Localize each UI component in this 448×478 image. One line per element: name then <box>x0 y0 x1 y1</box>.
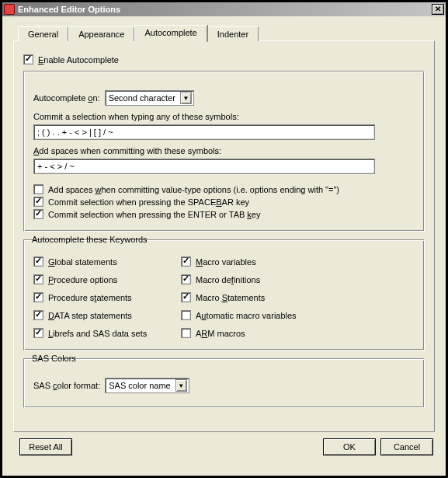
color-format-value: SAS color name <box>109 381 170 390</box>
kw-librefs-row: Librefs and SAS data sets <box>33 328 181 338</box>
kw-macrodefs-label: Macro definitions <box>196 275 260 284</box>
commit-symbols-value: ; ( ) . . + - < > | [ ] / ~ <box>37 127 113 137</box>
color-format-select[interactable]: SAS color name ▼ <box>105 378 189 393</box>
kw-arm-checkbox[interactable] <box>181 328 191 338</box>
tab-autocomplete[interactable]: Autocomplete <box>134 25 207 42</box>
kw-procstmts-checkbox[interactable] <box>33 292 43 302</box>
kw-procopts-row: Procedure options <box>33 274 181 284</box>
commit-symbols-input[interactable]: ; ( ) . . + - < > | [ ] / ~ <box>33 124 375 140</box>
kw-automacro-row: Automatic macro variables <box>181 310 415 320</box>
kw-macrodefs-checkbox[interactable] <box>181 274 191 284</box>
tab-row: General Appearance Autocomplete Indenter <box>18 25 435 41</box>
kw-macrovars-label: Macro variables <box>196 257 256 267</box>
colors-legend: SAS Colors <box>30 354 78 363</box>
autocomplete-on-label: Autocomplete on: <box>33 93 100 103</box>
kw-macrovars-checkbox[interactable] <box>181 256 191 267</box>
close-button[interactable]: ✕ <box>432 4 444 15</box>
commit-symbols-label: Commit a selection when typing any of th… <box>33 112 415 121</box>
commit-spacebar-checkbox[interactable] <box>33 197 43 207</box>
chevron-down-icon: ▼ <box>175 379 187 392</box>
reset-all-button[interactable]: Reset All <box>19 438 72 455</box>
color-format-label: SAS color format: <box>33 381 100 390</box>
addspace-symbols-value: + - < > / ~ <box>37 162 75 171</box>
commit-spacebar-row: Commit selection when pressing the SPACE… <box>33 197 415 207</box>
kw-arm-row: ARM macros <box>181 328 415 338</box>
kw-arm-label: ARM macros <box>196 329 245 338</box>
content: General Appearance Autocomplete Indenter… <box>2 16 446 463</box>
ok-button[interactable]: OK <box>323 438 376 455</box>
tab-appearance[interactable]: Appearance <box>68 26 134 41</box>
kw-datastep-label: DATA step statements <box>48 311 132 320</box>
kw-global-label: Global statements <box>48 257 117 267</box>
app-icon <box>4 4 15 15</box>
kw-procstmts-row: Procedure statements <box>33 292 181 302</box>
kw-datastep-checkbox[interactable] <box>33 310 43 320</box>
button-spacer <box>72 438 318 455</box>
kw-librefs-checkbox[interactable] <box>33 328 43 338</box>
commit-enter-checkbox[interactable] <box>33 209 43 219</box>
autocomplete-on-select[interactable]: Second character ▼ <box>105 90 194 106</box>
color-format-row: SAS color format: SAS color name ▼ <box>33 378 415 393</box>
kw-procstmts-label: Procedure statements <box>48 293 132 302</box>
enable-autocomplete-checkbox[interactable] <box>23 54 33 65</box>
tab-indenter[interactable]: Indenter <box>207 26 259 41</box>
commit-enter-row: Commit selection when pressing the ENTER… <box>33 209 415 219</box>
button-bar: Reset All OK Cancel <box>13 438 435 455</box>
tab-panel: Enable Autocomplete Autocomplete on: Sec… <box>13 40 435 432</box>
addspace-eq-label: Add spaces when committing value-type op… <box>48 185 339 194</box>
keywords-group: Autocomplete these Keywords Global state… <box>23 239 425 351</box>
commit-spacebar-label: Commit selection when pressing the SPACE… <box>48 197 249 207</box>
titlebar: Enhanced Editor Options ✕ <box>2 2 446 16</box>
kw-macrostmts-row: Macro Statements <box>181 292 415 302</box>
kw-procopts-checkbox[interactable] <box>33 274 43 284</box>
chevron-down-icon: ▼ <box>180 92 192 104</box>
autocomplete-on-value: Second character <box>109 93 175 103</box>
addspace-symbols-input[interactable]: + - < > / ~ <box>33 159 375 174</box>
kw-automacro-checkbox[interactable] <box>181 310 191 320</box>
colors-group: SAS Colors SAS color format: SAS color n… <box>23 358 425 408</box>
kw-librefs-label: Librefs and SAS data sets <box>48 329 147 338</box>
keywords-legend: Autocomplete these Keywords <box>30 235 149 244</box>
kw-macrovars-row: Macro variables <box>181 256 415 267</box>
kw-datastep-row: DATA step statements <box>33 310 181 320</box>
autocomplete-group: Autocomplete on: Second character ▼ Comm… <box>23 71 425 232</box>
tab-general[interactable]: General <box>18 26 68 41</box>
addspace-symbols-label: Add spaces when committing with these sy… <box>33 146 415 155</box>
kw-macrodefs-row: Macro definitions <box>181 274 415 284</box>
addspace-eq-checkbox[interactable] <box>33 184 43 194</box>
kw-macrostmts-label: Macro Statements <box>196 293 265 302</box>
autocomplete-on-row: Autocomplete on: Second character ▼ <box>33 90 415 106</box>
kw-macrostmts-checkbox[interactable] <box>181 292 191 302</box>
window: Enhanced Editor Options ✕ General Appear… <box>0 0 448 478</box>
keywords-grid: Global statements Macro variables Proced… <box>33 254 415 340</box>
enable-autocomplete-row: Enable Autocomplete <box>23 54 425 65</box>
kw-global-row: Global statements <box>33 256 181 267</box>
window-title: Enhanced Editor Options <box>18 5 432 14</box>
kw-procopts-label: Procedure options <box>48 275 117 284</box>
commit-enter-label: Commit selection when pressing the ENTER… <box>48 210 260 219</box>
kw-global-checkbox[interactable] <box>33 256 43 267</box>
addspace-eq-row: Add spaces when committing value-type op… <box>33 184 415 194</box>
kw-automacro-label: Automatic macro variables <box>196 311 297 320</box>
cancel-button[interactable]: Cancel <box>380 438 433 455</box>
enable-autocomplete-label: Enable Autocomplete <box>38 55 119 65</box>
